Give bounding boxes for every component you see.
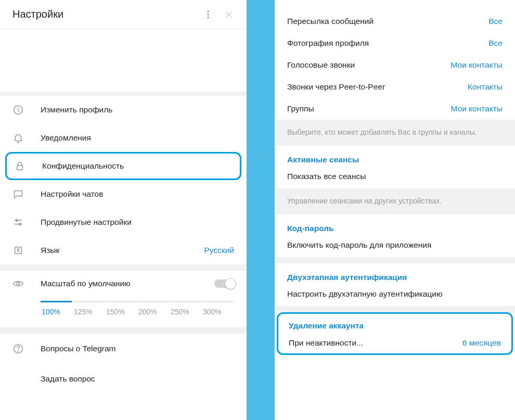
menu-edit-profile[interactable]: Изменить профиль [0, 96, 247, 124]
help-section: Вопросы о Telegram Задать вопрос [0, 334, 247, 394]
hint-groups: Выберите, кто может добавлять Вас в груп… [275, 120, 515, 146]
scale-opt[interactable]: 150% [105, 308, 137, 316]
row-profile-photo[interactable]: Фотография профиля Все [275, 32, 515, 54]
section-sessions-title: Активные сеансы [275, 146, 515, 167]
hint-sessions: Управление сеансами на других устройства… [275, 188, 515, 214]
row-value: 6 месяцев [462, 338, 501, 348]
scale-opt[interactable]: 125% [73, 308, 105, 316]
menu-label: Вопросы о Telegram [41, 344, 234, 353]
profile-spacer [0, 29, 247, 96]
svg-point-14 [17, 282, 20, 285]
close-icon [224, 9, 234, 20]
row-forwarding[interactable]: Пересылка сообщений Все [275, 10, 515, 32]
sliders-icon [12, 217, 24, 228]
language-icon [12, 245, 24, 256]
row-label: Звонки через Peer-to-Peer [287, 82, 468, 92]
row-p2p-calls[interactable]: Звонки через Peer-to-Peer Контакты [275, 76, 515, 98]
settings-panel: Настройки Изменить профиль Уведомления К… [0, 0, 247, 420]
row-value: Все [488, 39, 503, 48]
row-label: Голосовые звонки [287, 60, 450, 70]
divider [275, 306, 515, 312]
section-twostep-title: Двухэтапная аутентификация [275, 263, 515, 284]
row-label: При неактивности... [289, 338, 462, 348]
scale-opt[interactable]: 300% [202, 308, 234, 316]
eye-icon [12, 278, 24, 289]
chat-icon [12, 188, 24, 200]
menu-faq[interactable]: Вопросы о Telegram [0, 334, 247, 364]
settings-topbar: Настройки [0, 0, 247, 29]
row-voice-calls[interactable]: Голосовые звонки Мои контакты [275, 54, 515, 76]
scale-opt[interactable]: 100% [41, 308, 73, 316]
menu-label: Язык [41, 246, 204, 255]
lock-icon [14, 160, 25, 172]
svg-point-0 [208, 10, 209, 12]
menu-advanced[interactable]: Продвинутые настройки [0, 208, 247, 236]
svg-rect-13 [15, 247, 22, 254]
highlight-privacy: Конфиденциальность [5, 152, 241, 180]
menu-label: Изменить профиль [41, 105, 234, 114]
section-passcode-title: Код-пароль [275, 214, 515, 235]
question-icon [12, 343, 24, 354]
scale-opt[interactable]: 200% [137, 308, 170, 316]
section-delete-title: Удаление аккаунта [278, 314, 511, 333]
divider [275, 257, 515, 263]
divider [0, 327, 247, 334]
menu-label: Продвинутые настройки [41, 218, 234, 227]
menu-label: Конфиденциальность [42, 161, 233, 171]
language-value: Русский [204, 246, 234, 255]
bell-icon [12, 132, 24, 144]
svg-point-1 [208, 14, 209, 15]
close-button[interactable] [218, 4, 239, 25]
info-icon [12, 104, 24, 116]
item-enable-passcode[interactable]: Включить код-пароль для приложения [275, 235, 515, 257]
scale-options: 100% 125% 150% 200% 250% 300% [41, 308, 234, 316]
scale-label: Масштаб по умолчанию [41, 279, 214, 288]
svg-point-7 [18, 108, 19, 108]
divider [0, 264, 247, 271]
item-setup-twostep[interactable]: Настроить двухэтапную аутентификацию [275, 284, 515, 306]
privacy-panel: Пересылка сообщений Все Фотография профи… [275, 0, 515, 420]
svg-point-2 [208, 17, 209, 18]
menu-label: Задать вопрос [41, 374, 234, 384]
menu-label: Уведомления [41, 133, 234, 143]
menu-chat-settings[interactable]: Настройки чатов [0, 180, 247, 208]
row-groups[interactable]: Группы Мои контакты [275, 98, 515, 120]
row-value: Контакты [468, 82, 503, 92]
svg-rect-8 [17, 166, 23, 170]
row-value: Все [488, 17, 503, 26]
menu-notifications[interactable]: Уведомления [0, 124, 247, 152]
row-label: Группы [287, 104, 450, 113]
more-vert-icon [203, 9, 213, 20]
row-label: Пересылка сообщений [287, 17, 488, 26]
scale-opt[interactable]: 250% [170, 308, 202, 316]
svg-point-16 [18, 351, 18, 351]
item-show-sessions[interactable]: Показать все сеансы [275, 167, 515, 188]
row-delete-inactivity[interactable]: При неактивности... 6 месяцев [278, 333, 511, 353]
menu-ask[interactable]: Задать вопрос [0, 364, 247, 394]
row-value: Мои контакты [450, 104, 503, 113]
scale-section: Масштаб по умолчанию 100% 125% 150% 200%… [0, 271, 247, 327]
menu-label: Настройки чатов [41, 189, 234, 199]
menu-language[interactable]: Язык Русский [0, 236, 247, 264]
row-value: Мои контакты [450, 60, 503, 70]
scale-slider[interactable] [41, 301, 234, 302]
row-label: Фотография профиля [287, 39, 488, 48]
more-menu-button[interactable] [198, 4, 218, 25]
menu-privacy[interactable]: Конфиденциальность [14, 154, 233, 179]
highlight-delete-account: Удаление аккаунта При неактивности... 6 … [277, 312, 513, 355]
scale-toggle[interactable] [214, 279, 234, 288]
page-title: Настройки [12, 8, 198, 20]
